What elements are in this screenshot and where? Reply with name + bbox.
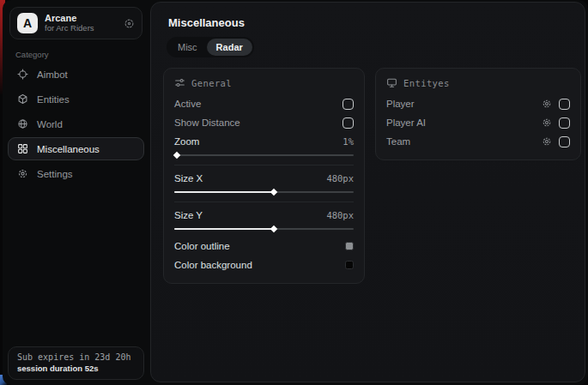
sidebar-item-label: Miscellaneous xyxy=(37,144,100,154)
subscription-card: Sub expires in 23d 20h session duration … xyxy=(8,346,144,380)
zoom-row: Zoom 1% xyxy=(174,132,354,151)
player-ai-checkbox[interactable] xyxy=(559,117,570,129)
color-outline-swatch[interactable] xyxy=(345,242,354,250)
size-y-slider-track xyxy=(174,228,354,230)
sidebar: A Arcane for Arc Riders Category xyxy=(3,0,149,385)
divider xyxy=(174,165,354,165)
color-outline-label: Color outline xyxy=(174,241,230,251)
player-ai-settings-gear-icon[interactable] xyxy=(542,117,552,128)
entities-panel-header: Entityes xyxy=(386,76,570,94)
size-y-slider[interactable] xyxy=(174,225,354,237)
zoom-slider-thumb[interactable] xyxy=(173,152,180,159)
desktop-background: A Arcane for Arc Riders Category xyxy=(0,0,588,385)
sub-expiry-text: Sub expires in 23d 20h xyxy=(17,352,135,362)
app-name: Arcane xyxy=(45,13,117,24)
team-controls xyxy=(542,136,570,147)
color-outline-row: Color outline xyxy=(174,237,354,256)
general-panel-header: General xyxy=(174,76,354,94)
size-x-slider-fill xyxy=(174,191,273,193)
page-title: Miscellaneous xyxy=(168,16,585,29)
sidebar-item-label: World xyxy=(37,119,63,129)
size-y-value: 480px xyxy=(326,210,354,220)
zoom-slider-track xyxy=(174,154,354,156)
size-x-value: 480px xyxy=(326,173,354,183)
sidebar-item-world[interactable]: World xyxy=(8,112,144,135)
player-checkbox[interactable] xyxy=(559,99,570,110)
sidebar-nav: Aimbot Entities Wo xyxy=(3,63,149,185)
crosshair-icon xyxy=(17,69,28,80)
team-label: Team xyxy=(386,136,410,147)
player-row: Player xyxy=(386,94,570,113)
brand-card: A Arcane for Arc Riders xyxy=(9,7,142,39)
size-x-label: Size X xyxy=(174,173,203,183)
team-settings-gear-icon[interactable] xyxy=(542,136,552,147)
zoom-slider[interactable] xyxy=(174,151,354,163)
app-subtitle: for Arc Riders xyxy=(45,24,117,33)
tab-bar: Misc Radar xyxy=(167,37,254,57)
tab-misc[interactable]: Misc xyxy=(168,39,207,56)
brand-text: Arcane for Arc Riders xyxy=(45,13,117,33)
sidebar-item-aimbot[interactable]: Aimbot xyxy=(8,63,144,86)
zoom-label: Zoom xyxy=(174,136,199,147)
player-controls xyxy=(542,99,570,110)
show-distance-label: Show Distance xyxy=(174,117,240,128)
app-logo: A xyxy=(17,13,38,33)
size-y-slider-thumb[interactable] xyxy=(270,226,277,232)
color-background-label: Color background xyxy=(174,260,252,270)
team-row: Team xyxy=(386,132,570,151)
sidebar-item-settings[interactable]: Settings xyxy=(8,162,144,185)
color-background-swatch[interactable] xyxy=(345,261,354,269)
player-ai-controls xyxy=(542,117,570,129)
active-row: Active xyxy=(174,94,354,113)
sidebar-item-entities[interactable]: Entities xyxy=(8,87,144,111)
team-checkbox[interactable] xyxy=(559,136,570,147)
size-y-slider-fill xyxy=(174,228,273,230)
active-label: Active xyxy=(174,99,201,109)
color-background-row: Color background xyxy=(174,256,354,274)
size-y-label: Size Y xyxy=(174,210,203,220)
monitor-icon xyxy=(386,77,397,88)
sliders-icon xyxy=(174,77,185,88)
app-window: A Arcane for Arc Riders Category xyxy=(3,0,588,385)
size-x-slider[interactable] xyxy=(174,188,354,200)
general-panel-title: General xyxy=(191,78,232,88)
size-y-row: Size Y 480px xyxy=(174,206,354,225)
size-x-row: Size X 480px xyxy=(174,169,354,188)
panels-row: General Active Show Distance Zoom 1% xyxy=(163,68,585,284)
general-panel: General Active Show Distance Zoom 1% xyxy=(163,68,365,284)
sidebar-item-label: Settings xyxy=(37,169,73,179)
zoom-slider-fill xyxy=(174,154,176,156)
entities-panel: Entityes Player xyxy=(375,68,581,160)
show-distance-row: Show Distance xyxy=(174,113,354,132)
size-x-slider-thumb[interactable] xyxy=(270,189,277,196)
gear-icon xyxy=(17,168,28,179)
entities-icon xyxy=(17,93,28,105)
sidebar-item-label: Aimbot xyxy=(37,69,68,80)
grid-icon xyxy=(17,143,28,154)
active-checkbox[interactable] xyxy=(342,99,354,110)
category-label: Category xyxy=(15,50,149,59)
globe-icon xyxy=(17,118,28,129)
player-ai-row: Player AI xyxy=(386,113,570,132)
session-duration-text: session duration 52s xyxy=(17,364,135,373)
divider xyxy=(174,202,354,202)
zoom-value: 1% xyxy=(342,136,354,147)
tab-radar[interactable]: Radar xyxy=(207,39,252,56)
sidebar-item-label: Entities xyxy=(37,94,70,105)
player-ai-label: Player AI xyxy=(386,117,426,128)
player-settings-gear-icon[interactable] xyxy=(542,99,552,109)
sidebar-item-miscellaneous[interactable]: Miscellaneous xyxy=(8,137,144,160)
player-label: Player xyxy=(386,99,415,109)
sync-icon[interactable] xyxy=(124,18,135,29)
size-x-slider-track xyxy=(174,191,354,193)
main-content: Miscellaneous Misc Radar General xyxy=(150,2,585,382)
entities-panel-title: Entityes xyxy=(403,78,450,88)
show-distance-checkbox[interactable] xyxy=(342,117,354,129)
